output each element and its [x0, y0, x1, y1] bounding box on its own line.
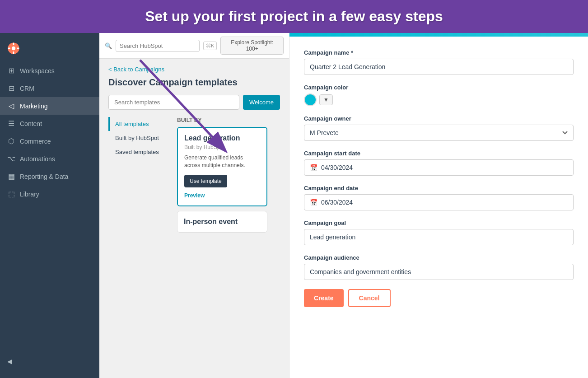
campaign-name-label: Campaign name *	[304, 49, 574, 56]
sidebar-collapse-button[interactable]: ◀	[0, 353, 99, 369]
svg-point-1	[12, 47, 15, 50]
partial-card-title: In-person event	[184, 218, 261, 226]
color-picker-row: ▼	[304, 93, 574, 106]
campaign-start-date-input[interactable]: 📅 04/30/2024	[304, 159, 574, 176]
svg-rect-5	[17, 48, 19, 49]
color-dropdown-button[interactable]: ▼	[319, 94, 333, 105]
form-buttons: Create Cancel	[304, 289, 574, 307]
sidebar-item-commerce[interactable]: ⬡ Commerce	[0, 132, 99, 150]
color-swatch[interactable]	[304, 93, 317, 106]
sidebar-item-label: Content	[20, 120, 42, 127]
category-saved-templates[interactable]: Saved templates	[108, 145, 172, 159]
collapse-icon: ◀	[7, 358, 12, 365]
crm-icon: ⊟	[7, 84, 15, 93]
sidebar-logo	[0, 38, 99, 62]
sidebar-item-marketing[interactable]: ◁ Marketing	[0, 97, 99, 115]
campaign-owner-field: Campaign owner M Prevete	[304, 115, 574, 141]
banner-title: Set up your first project in a few easy …	[11, 8, 577, 25]
campaign-owner-select[interactable]: M Prevete	[304, 125, 574, 141]
sidebar-item-automations[interactable]: ⌥ Automations	[0, 150, 99, 168]
template-cards: Built by Lead generation Built by HubSpo…	[172, 117, 280, 233]
right-panel: Campaign name * Campaign color ▼ Campaig…	[289, 33, 588, 378]
create-button[interactable]: Create	[304, 289, 344, 307]
main-area: ⊞ Workspaces ⊟ CRM ◁ Marketing ☰ Content…	[0, 33, 588, 378]
discover-title: Discover Campaign templates	[108, 77, 280, 88]
library-icon: ⬚	[7, 190, 15, 198]
campaign-start-date-field: Campaign start date 📅 04/30/2024	[304, 150, 574, 176]
campaign-name-input[interactable]	[304, 59, 574, 75]
campaign-end-date-label: Campaign end date	[304, 185, 574, 191]
sidebar-item-label: Marketing	[20, 103, 47, 110]
campaign-end-date-input[interactable]: 📅 06/30/2024	[304, 194, 574, 210]
sidebar-item-workspaces[interactable]: ⊞ Workspaces	[0, 62, 99, 79]
sidebar-item-library[interactable]: ⬚ Library	[0, 185, 99, 203]
campaign-audience-label: Campaign audience	[304, 254, 574, 261]
sidebar-item-crm[interactable]: ⊟ CRM	[0, 79, 99, 97]
campaign-owner-label: Campaign owner	[304, 115, 574, 122]
sidebar-item-label: Library	[20, 191, 39, 198]
end-date-value: 06/30/2024	[321, 199, 353, 206]
campaign-color-label: Campaign color	[304, 84, 574, 91]
campaign-goal-field: Campaign goal	[304, 219, 574, 245]
search-hubspot-input[interactable]	[116, 40, 200, 52]
banner: Set up your first project in a few easy …	[0, 0, 588, 33]
sidebar-item-label: CRM	[20, 85, 34, 92]
built-by-label: Built by	[177, 117, 280, 123]
svg-rect-4	[8, 48, 10, 49]
calendar-icon-end: 📅	[310, 199, 317, 206]
campaign-goal-label: Campaign goal	[304, 219, 574, 226]
hubspot-logo-icon	[7, 42, 20, 55]
template-categories: All templates Built by HubSpot Saved tem…	[108, 117, 280, 233]
use-template-button[interactable]: Use template	[184, 175, 227, 187]
campaign-start-date-label: Campaign start date	[304, 150, 574, 157]
search-bar-area: 🔍 ⌘K Explore Spotlight: 100+	[99, 33, 289, 59]
svg-rect-3	[13, 51, 14, 54]
sidebar-bottom: ◀	[0, 350, 99, 373]
search-templates-row: Welcome	[108, 95, 280, 110]
marketing-icon: ◁	[7, 102, 15, 110]
discover-panel: < Back to Campaigns Discover Campaign te…	[99, 59, 289, 240]
campaign-end-date-field: Campaign end date 📅 06/30/2024	[304, 185, 574, 210]
campaign-color-field: Campaign color ▼	[304, 84, 574, 106]
workspaces-icon: ⊞	[7, 66, 15, 75]
category-built-by-hubspot[interactable]: Built by HubSpot	[108, 131, 172, 145]
svg-rect-2	[13, 42, 14, 45]
cancel-button[interactable]: Cancel	[348, 289, 391, 307]
spotlight-button[interactable]: Explore Spotlight: 100+	[220, 37, 284, 55]
sidebar: ⊞ Workspaces ⊟ CRM ◁ Marketing ☰ Content…	[0, 33, 99, 378]
top-teal-bar	[289, 33, 588, 37]
content-icon: ☰	[7, 119, 15, 128]
category-nav: All templates Built by HubSpot Saved tem…	[108, 117, 172, 233]
campaign-audience-input[interactable]	[304, 264, 574, 280]
calendar-icon-start: 📅	[310, 164, 317, 171]
commerce-icon: ⬡	[7, 137, 15, 145]
sidebar-item-label: Automations	[20, 155, 55, 163]
template-card-title: Lead generation	[184, 134, 260, 142]
template-card-subtitle: Built by HubSpot	[184, 144, 260, 150]
preview-link[interactable]: Preview	[184, 192, 205, 199]
lead-gen-template-card: Lead generation Built by HubSpot Generat…	[177, 127, 267, 206]
sidebar-item-reporting[interactable]: ▦ Reporting & Data	[0, 168, 99, 185]
back-to-campaigns-link[interactable]: < Back to Campaigns	[108, 66, 280, 73]
reporting-icon: ▦	[7, 172, 15, 181]
search-templates-input[interactable]	[108, 95, 239, 110]
category-all-templates[interactable]: All templates	[108, 117, 172, 131]
campaign-name-field: Campaign name *	[304, 49, 574, 75]
sidebar-item-label: Workspaces	[20, 67, 55, 75]
search-icon: 🔍	[105, 42, 112, 49]
campaign-audience-field: Campaign audience	[304, 254, 574, 280]
sidebar-item-content[interactable]: ☰ Content	[0, 115, 99, 132]
in-person-event-card: In-person event	[177, 211, 267, 233]
sidebar-item-label: Reporting & Data	[20, 173, 68, 180]
campaign-goal-input[interactable]	[304, 229, 574, 245]
sidebar-item-label: Commerce	[20, 138, 51, 145]
start-date-value: 04/30/2024	[321, 164, 353, 171]
template-card-desc: Generate qualified leads across multiple…	[184, 154, 260, 169]
center-panel: 🔍 ⌘K Explore Spotlight: 100+ < Back to C…	[99, 33, 289, 378]
welcome-button[interactable]: Welcome	[243, 95, 280, 110]
search-shortcut: ⌘K	[203, 42, 217, 50]
automations-icon: ⌥	[7, 154, 15, 163]
